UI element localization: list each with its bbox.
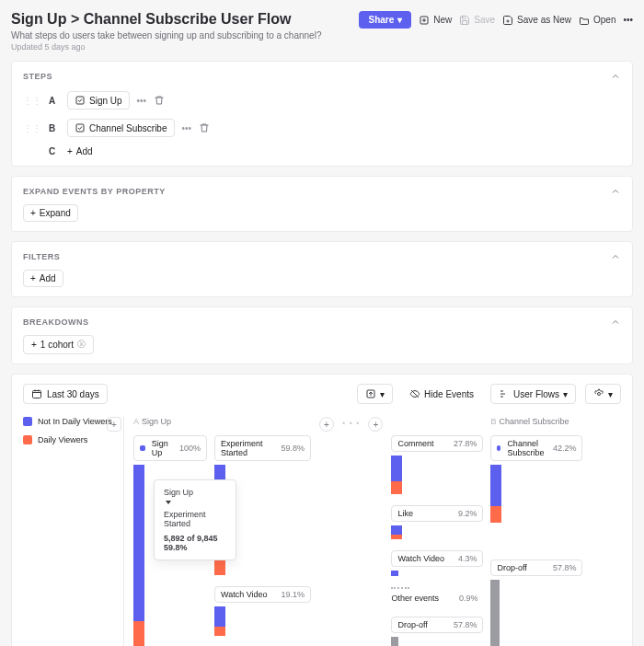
add-column-button[interactable]: + — [368, 417, 383, 432]
node-pct: 57.8% — [454, 620, 477, 629]
step-b-label: Channel Subscribe — [89, 123, 167, 133]
plus-icon: + — [30, 273, 36, 283]
svg-point-5 — [598, 393, 601, 396]
node-pct: 19.1% — [281, 590, 305, 599]
node-dropoff2[interactable]: Drop-off 57.8% — [391, 617, 483, 633]
expand-label: Expand — [40, 208, 71, 218]
node-subscribe[interactable]: Channel Subscribe 42.2% — [490, 435, 582, 461]
add-filter-label: Add — [40, 273, 56, 283]
node-watch2[interactable]: Watch Video 4.3% — [391, 550, 483, 567]
save-button[interactable]: Save — [459, 15, 495, 26]
flow-col-a: ASign Up Sign Up 100% Sign Up Experiment… — [133, 417, 207, 646]
share-button[interactable]: Share ▾ — [359, 11, 411, 29]
tooltip-detail: 5,892 of 9,845 59.8% — [164, 534, 226, 552]
node-label: Experiment Started — [221, 439, 281, 457]
cohort-chip[interactable]: + 1 cohort ⓧ — [23, 335, 94, 354]
header-toolbar: Share ▾ New Save Save as New Open ••• — [359, 11, 633, 29]
more-button[interactable]: ••• — [623, 15, 633, 25]
node-label: Other events — [391, 594, 439, 603]
share-label: Share — [368, 15, 394, 25]
add-column-button[interactable]: + — [319, 417, 334, 432]
trash-icon[interactable] — [154, 95, 165, 106]
export-button[interactable]: ▾ — [357, 384, 393, 404]
eye-off-icon — [409, 388, 420, 399]
tooltip-from: Sign Up — [164, 488, 226, 497]
expand-button[interactable]: + Expand — [23, 204, 78, 222]
steps-title: STEPS — [23, 72, 52, 81]
flow-columns: ASign Up Sign Up 100% Sign Up Experiment… — [124, 417, 621, 646]
column-gap-icon: • • • — [342, 417, 360, 428]
add-segment-button[interactable]: + — [107, 417, 121, 432]
breakdowns-title: BREAKDOWNS — [23, 317, 89, 327]
grip-icon[interactable]: ⋮⋮ — [23, 123, 41, 133]
results-panel: Last 30 days ▾ Hide Events User Flows ▾ — [11, 374, 633, 646]
flow-icon — [499, 388, 510, 399]
date-range-button[interactable]: Last 30 days — [23, 384, 108, 404]
chevron-up-icon[interactable] — [610, 186, 621, 197]
node-pct: 57.8% — [553, 563, 577, 572]
node-comment[interactable]: Comment 27.8% — [391, 435, 483, 452]
save-as-new-button[interactable]: Save as New — [502, 15, 571, 26]
legend: + Not In Daily Viewers Daily Viewers — [23, 417, 124, 646]
expand-card: EXPAND EVENTS BY PROPERTY + Expand — [11, 176, 633, 232]
close-icon[interactable]: ⓧ — [77, 339, 86, 351]
node-watch[interactable]: Watch Video 19.1% — [214, 586, 311, 603]
legend-swatch-orange — [23, 435, 32, 444]
hide-events-button[interactable]: Hide Events — [402, 385, 481, 403]
node-pct: 59.8% — [281, 444, 305, 453]
add-step-button[interactable]: + Add — [67, 146, 93, 156]
chevron-up-icon[interactable] — [610, 71, 621, 82]
open-label: Open — [593, 15, 615, 25]
legend-label-2: Daily Viewers — [38, 435, 87, 444]
node-like2[interactable]: Like 9.2% — [391, 505, 483, 522]
step-a-pill[interactable]: Sign Up — [67, 91, 130, 110]
page-description: What steps do users take between signing… — [11, 30, 321, 40]
node-other2[interactable]: Other events 0.9% — [391, 591, 483, 606]
cohort-label: 1 cohort — [40, 340, 74, 350]
svg-rect-1 — [76, 97, 84, 104]
save-label: Save — [474, 15, 495, 25]
legend-swatch-purple — [23, 417, 32, 426]
node-label: Drop-off — [397, 620, 427, 629]
legend-label-1: Not In Daily Viewers — [38, 417, 112, 426]
chevron-down-icon: ▾ — [563, 389, 568, 399]
new-button[interactable]: New — [419, 15, 452, 26]
open-button[interactable]: Open — [579, 15, 615, 26]
gear-icon — [593, 388, 604, 399]
chevron-up-icon[interactable] — [610, 317, 621, 328]
step-b-more[interactable]: ••• — [182, 123, 192, 133]
node-pct: 4.3% — [458, 554, 477, 563]
new-icon — [419, 15, 430, 26]
node-pct: 27.8% — [454, 439, 477, 448]
step-a-label: Sign Up — [89, 96, 122, 106]
flow-col-b: BChannel Subscribe Channel Subscribe 42.… — [490, 417, 582, 646]
plus-icon: + — [31, 340, 37, 350]
hide-events-label: Hide Events — [424, 389, 474, 399]
grip-icon[interactable]: ⋮⋮ — [23, 96, 41, 106]
node-dropoff3[interactable]: Drop-off 57.8% — [490, 559, 582, 576]
add-filter-button[interactable]: + Add — [23, 270, 63, 287]
legend-item[interactable]: Daily Viewers — [23, 435, 118, 444]
step-a-more[interactable]: ••• — [137, 96, 147, 106]
legend-item[interactable]: Not In Daily Viewers — [23, 417, 118, 426]
chevron-down-icon: ▾ — [608, 389, 613, 399]
flow-col-before-b: Comment 27.8% Like 9.2% — [391, 417, 483, 646]
step-b-pill[interactable]: Channel Subscribe — [67, 119, 175, 137]
chevron-down-icon: ▾ — [397, 15, 402, 25]
settings-button[interactable]: ▾ — [585, 384, 621, 404]
col-b-title: Channel Subscribe — [499, 417, 569, 426]
node-pct: 100% — [179, 444, 201, 453]
node-signup[interactable]: Sign Up 100% — [133, 435, 207, 461]
step-a-row: ⋮⋮ A Sign Up ••• — [23, 91, 621, 110]
add-step-label: Add — [76, 146, 93, 156]
step-b-row: ⋮⋮ B Channel Subscribe ••• — [23, 119, 621, 137]
trash-icon[interactable] — [199, 122, 210, 133]
svg-rect-2 — [76, 124, 84, 132]
dotted-divider — [391, 587, 409, 589]
view-mode-button[interactable]: User Flows ▾ — [490, 384, 576, 404]
node-exp-started[interactable]: Experiment Started 59.8% — [214, 435, 311, 461]
node-pct: 42.2% — [553, 444, 577, 453]
flow-tooltip: Sign Up Experiment Started 5,892 of 9,84… — [154, 479, 236, 560]
chevron-up-icon[interactable] — [610, 251, 621, 262]
arrow-down-icon — [166, 501, 171, 504]
